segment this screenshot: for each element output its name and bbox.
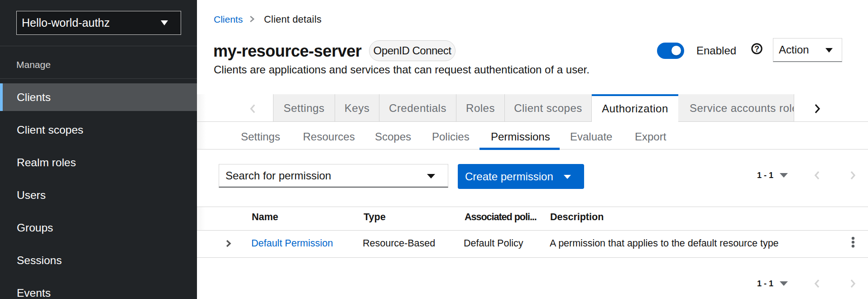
svg-text:?: ? bbox=[754, 44, 759, 53]
